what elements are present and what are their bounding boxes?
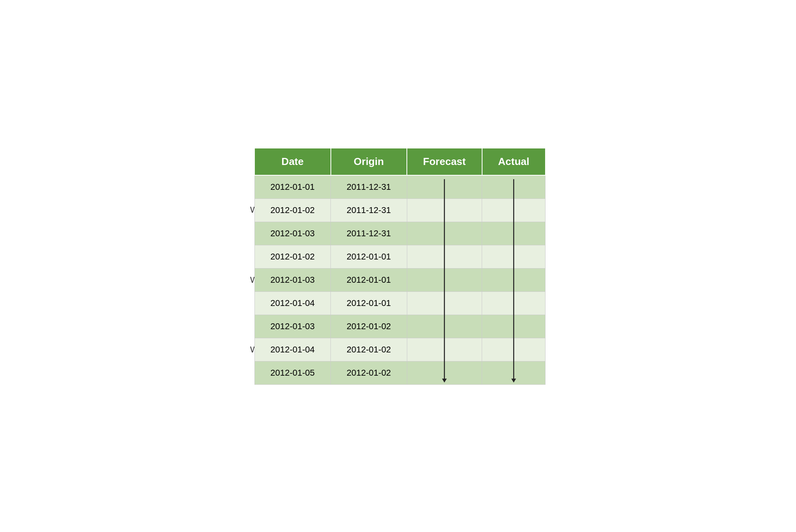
col-header-actual: Actual <box>482 148 546 175</box>
cell-actual <box>482 315 546 338</box>
table-row: 2012-01-032012-01-02 <box>254 315 546 338</box>
cell-origin: 2011-12-31 <box>331 222 407 245</box>
table-row: 2012-01-032011-12-31 <box>254 222 546 245</box>
table-row: 2012-01-042012-01-02 <box>254 338 546 361</box>
col-header-forecast: Forecast <box>407 148 482 175</box>
cell-origin: 2012-01-02 <box>331 315 407 338</box>
cell-forecast <box>407 175 482 199</box>
table-row: 2012-01-022012-01-01 <box>254 245 546 268</box>
table-row: 2012-01-042012-01-01 <box>254 291 546 315</box>
cell-forecast <box>407 338 482 361</box>
cell-date: 2012-01-03 <box>254 222 331 245</box>
cell-forecast <box>407 245 482 268</box>
cell-date: 2012-01-02 <box>254 198 331 222</box>
cell-actual <box>482 268 546 291</box>
cell-date: 2012-01-04 <box>254 338 331 361</box>
cell-origin: 2012-01-01 <box>331 291 407 315</box>
cell-forecast <box>407 198 482 222</box>
cell-date: 2012-01-01 <box>254 175 331 199</box>
table-row: 2012-01-032012-01-01 <box>254 268 546 291</box>
cell-date: 2012-01-05 <box>254 361 331 384</box>
cell-forecast <box>407 291 482 315</box>
data-table: Date Origin Forecast Actual 2012-01-0120… <box>254 148 546 385</box>
cell-forecast <box>407 268 482 291</box>
cell-date: 2012-01-03 <box>254 268 331 291</box>
cell-date: 2012-01-04 <box>254 291 331 315</box>
table-row: 2012-01-022011-12-31 <box>254 198 546 222</box>
cell-actual <box>482 222 546 245</box>
cell-actual <box>482 361 546 384</box>
cell-actual <box>482 175 546 199</box>
table-wrapper: Date Origin Forecast Actual 2012-01-0120… <box>254 148 546 385</box>
cell-actual <box>482 245 546 268</box>
cell-actual <box>482 291 546 315</box>
cell-origin: 2012-01-01 <box>331 268 407 291</box>
main-container: Window 1Window 2Window 3 Date Origin For… <box>250 148 546 385</box>
cell-origin: 2011-12-31 <box>331 198 407 222</box>
cell-forecast <box>407 361 482 384</box>
cell-forecast <box>407 222 482 245</box>
cell-origin: 2012-01-02 <box>331 338 407 361</box>
cell-origin: 2012-01-01 <box>331 245 407 268</box>
cell-forecast <box>407 315 482 338</box>
table-row: 2012-01-052012-01-02 <box>254 361 546 384</box>
col-header-origin: Origin <box>331 148 407 175</box>
table-row: 2012-01-012011-12-31 <box>254 175 546 199</box>
cell-actual <box>482 198 546 222</box>
cell-date: 2012-01-02 <box>254 245 331 268</box>
cell-date: 2012-01-03 <box>254 315 331 338</box>
cell-origin: 2012-01-02 <box>331 361 407 384</box>
col-header-date: Date <box>254 148 331 175</box>
cell-actual <box>482 338 546 361</box>
cell-origin: 2011-12-31 <box>331 175 407 199</box>
